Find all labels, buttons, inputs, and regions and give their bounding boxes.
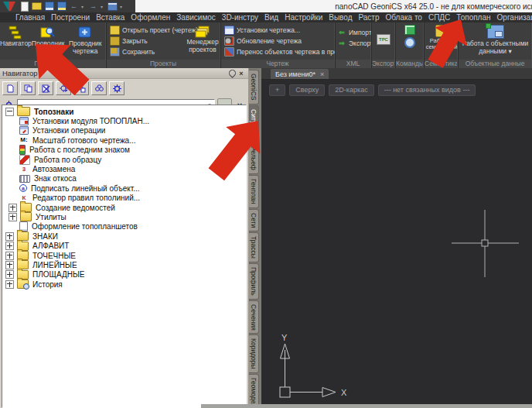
navigator-tree: Топознаки Установки модуля ТОПОПЛАН... У…: [2, 105, 247, 408]
tree-row[interactable]: Работа с последним знаком: [2, 146, 246, 155]
tree-row[interactable]: Оформление топопланшетов: [2, 222, 246, 231]
tpc-export-button[interactable]: ТРС: [377, 34, 390, 45]
tree-row[interactable]: Установки модуля ТОПОПЛАН...: [2, 116, 246, 125]
tree-row[interactable]: Топознаки: [2, 107, 246, 116]
open-project-button[interactable]: Открыть проект (чертеж)...: [107, 25, 186, 36]
side-tab-geomodel[interactable]: Геомодель: [249, 374, 259, 408]
new-document-icon[interactable]: [19, 2, 29, 12]
side-tab-seti[interactable]: Сети: [249, 209, 259, 231]
forward-icon[interactable]: →: [88, 2, 98, 12]
side-tab-situatsiya[interactable]: Ситуация: [249, 105, 259, 142]
back-dropdown-icon[interactable]: ▾: [81, 4, 86, 9]
side-tab-profil[interactable]: Профиль: [249, 263, 259, 300]
linked-views-button[interactable]: --- нет связанных видов ---: [378, 84, 476, 96]
drawing-settings-button[interactable]: Установки чертежа...: [221, 25, 335, 36]
semantics-button[interactable]: Работа с семантикой ▾: [425, 23, 459, 57]
open-folder-icon[interactable]: [32, 2, 42, 12]
drawing-area[interactable]: Без имени0* × + Сверху 2D-каркас --- нет…: [261, 68, 532, 408]
tab-vyvod[interactable]: Вывод: [326, 12, 355, 22]
drawing-explorer-button[interactable]: Проводник чертежа: [65, 23, 107, 55]
expand-icon[interactable]: [5, 232, 14, 241]
tab-zavisimosti[interactable]: Зависимос: [173, 12, 219, 22]
new-document-icon[interactable]: [2, 81, 18, 95]
tree-row[interactable]: ЗНАКИ: [2, 231, 246, 241]
toolbar-options-icon[interactable]: ▾: [120, 4, 124, 9]
close-project-label: Закрыть: [122, 37, 148, 45]
add-viewport-button[interactable]: +: [269, 84, 285, 96]
tree-row[interactable]: Установки операции: [2, 126, 246, 135]
tab-vid[interactable]: Вид: [261, 12, 281, 22]
project-manager-button[interactable]: Менеджер проектов: [186, 23, 220, 57]
expand-icon[interactable]: [5, 270, 14, 279]
tab-topoplan[interactable]: Топоплан: [453, 12, 493, 22]
close-panel-icon[interactable]: ×: [237, 69, 246, 77]
side-tab-koridory[interactable]: Коридоры: [249, 334, 259, 373]
copy-document-icon[interactable]: [20, 81, 36, 95]
object-data-button[interactable]: Работа с объектными данными ▾: [459, 23, 532, 55]
save-project-button[interactable]: Сохранить: [107, 46, 186, 57]
tree-row[interactable]: ТОЧЕЧНЫЕ: [2, 251, 246, 260]
tree-label: Работа с последним знаком: [28, 146, 131, 154]
gear-icon[interactable]: [109, 81, 124, 95]
tab-vstavka[interactable]: Вставка: [93, 12, 128, 22]
forward-dropdown-icon[interactable]: ▾: [101, 4, 105, 9]
tab-3d-instrumenty[interactable]: 3D-инстру: [219, 12, 261, 22]
side-tab-secheniya[interactable]: Сечения: [249, 300, 259, 334]
tree-row[interactable]: ПЛОЩАДНЫЕ: [2, 270, 246, 279]
expand-icon[interactable]: [5, 261, 14, 269]
navigator-button[interactable]: Навигатор: [0, 23, 32, 48]
side-tab-trassy[interactable]: Трассы: [249, 232, 259, 262]
tree-label: Топознаки: [32, 108, 75, 116]
save-as-icon[interactable]: [56, 2, 66, 12]
pin-icon[interactable]: [227, 69, 237, 77]
print-icon[interactable]: [107, 2, 118, 12]
explorer-button[interactable]: Проводник: [32, 23, 65, 48]
tab-postroeniya[interactable]: Построени: [48, 12, 93, 22]
tree-row[interactable]: 3 Автозамена: [2, 164, 246, 173]
tree-row[interactable]: Работа по образцу: [2, 155, 246, 164]
tree-row[interactable]: Знак откоса: [2, 174, 246, 183]
xml-export-button[interactable]: ⇒ Экспорт: [336, 38, 371, 49]
close-document-icon[interactable]: ×: [320, 70, 324, 78]
drawing-refresh-button[interactable]: Обновление чертежа: [221, 36, 335, 46]
tab-rastr[interactable]: Растр: [355, 12, 382, 22]
xml-import-button[interactable]: ⇐ Импорт: [336, 27, 371, 38]
tree-label: Оформление топопланшетов: [30, 222, 139, 231]
expand-icon[interactable]: [9, 213, 17, 221]
collapse-icon[interactable]: [5, 108, 14, 116]
tree-row[interactable]: ЛИНЕЙНЫЕ: [2, 260, 246, 269]
tab-oblaka-tochek[interactable]: Облака то: [383, 12, 425, 22]
command-window-button[interactable]: [404, 25, 415, 35]
tree-row[interactable]: История: [2, 279, 246, 289]
delete-document-icon[interactable]: [38, 81, 53, 95]
tree-row[interactable]: АЛФАВИТ: [2, 241, 246, 250]
tree-row[interactable]: M: Масштаб готового чертежа...: [2, 135, 246, 145]
expand-icon[interactable]: [5, 280, 14, 289]
visual-style-button[interactable]: 2D-каркас: [329, 84, 373, 96]
tree-row[interactable]: Утилиты: [2, 212, 246, 221]
tab-nastroiki[interactable]: Настройки: [281, 12, 326, 22]
transfer-objects-button[interactable]: Перенос объектов чертежа в проект: [221, 46, 335, 57]
side-tab-geonics[interactable]: GeoniCS: [249, 70, 259, 105]
tree-row[interactable]: a Подписать линейный объект...: [2, 183, 246, 193]
tab-glavnaya[interactable]: Главная: [12, 12, 48, 22]
view-direction-button[interactable]: Сверху: [289, 84, 325, 96]
tab-oformlenie[interactable]: Оформлен: [128, 12, 173, 22]
command-circle-button[interactable]: [404, 37, 415, 48]
back-icon[interactable]: ←: [69, 2, 79, 12]
gear-arrow-icon[interactable]: [56, 81, 71, 95]
expand-icon[interactable]: [9, 204, 17, 212]
tree-row[interactable]: Создание ведомостей: [2, 203, 246, 212]
save-icon[interactable]: [44, 2, 54, 12]
expand-icon[interactable]: [5, 252, 14, 260]
side-tab-relef[interactable]: Рельеф: [249, 142, 259, 174]
binoculars-icon[interactable]: [91, 81, 107, 95]
gear-document-icon[interactable]: [73, 81, 89, 95]
document-tab[interactable]: Без имени0* ×: [271, 69, 329, 79]
close-project-button[interactable]: Закрыть: [107, 36, 186, 46]
side-tab-genplan[interactable]: Генплан: [249, 175, 259, 207]
tree-row[interactable]: К Редактор правил тополиний...: [2, 194, 246, 203]
tab-spds[interactable]: СПДС: [425, 12, 453, 22]
expand-icon[interactable]: [5, 242, 14, 250]
tab-organizatsiya[interactable]: Организац: [494, 12, 532, 22]
